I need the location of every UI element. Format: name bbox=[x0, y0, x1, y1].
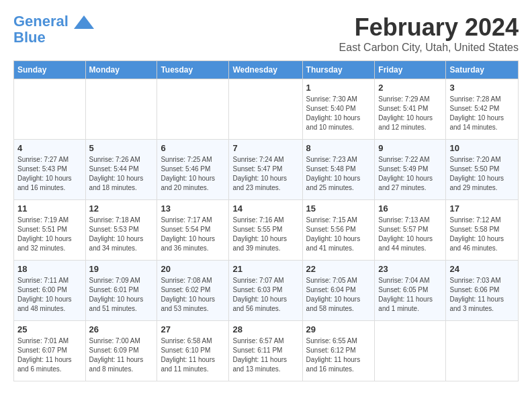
svg-marker-0 bbox=[74, 15, 94, 29]
day-number: 16 bbox=[378, 203, 442, 214]
calendar-header-cell: Tuesday bbox=[157, 61, 229, 79]
day-info: Sunrise: 7:01 AM Sunset: 6:07 PM Dayligh… bbox=[17, 336, 82, 374]
calendar-cell: 6Sunrise: 7:25 AM Sunset: 5:46 PM Daylig… bbox=[157, 140, 229, 200]
day-info: Sunrise: 7:25 AM Sunset: 5:46 PM Dayligh… bbox=[161, 155, 225, 193]
calendar-cell bbox=[14, 79, 86, 140]
day-info: Sunrise: 7:09 AM Sunset: 6:01 PM Dayligh… bbox=[89, 276, 154, 314]
calendar-week-row: 1Sunrise: 7:30 AM Sunset: 5:40 PM Daylig… bbox=[14, 79, 519, 140]
day-number: 1 bbox=[306, 83, 371, 93]
day-info: Sunrise: 7:18 AM Sunset: 5:53 PM Dayligh… bbox=[89, 216, 154, 253]
calendar-cell: 19Sunrise: 7:09 AM Sunset: 6:01 PM Dayli… bbox=[85, 261, 157, 321]
calendar-cell bbox=[85, 79, 157, 140]
calendar-cell: 21Sunrise: 7:07 AM Sunset: 6:03 PM Dayli… bbox=[229, 261, 302, 321]
calendar-cell: 15Sunrise: 7:15 AM Sunset: 5:56 PM Dayli… bbox=[302, 200, 375, 261]
calendar-header-cell: Saturday bbox=[446, 61, 519, 79]
day-number: 27 bbox=[161, 324, 225, 334]
day-info: Sunrise: 7:05 AM Sunset: 6:04 PM Dayligh… bbox=[306, 276, 371, 314]
day-info: Sunrise: 6:55 AM Sunset: 6:12 PM Dayligh… bbox=[306, 336, 371, 374]
day-number: 25 bbox=[17, 324, 82, 334]
day-number: 18 bbox=[17, 264, 82, 274]
day-info: Sunrise: 7:19 AM Sunset: 5:51 PM Dayligh… bbox=[17, 216, 82, 253]
calendar-cell: 12Sunrise: 7:18 AM Sunset: 5:53 PM Dayli… bbox=[85, 200, 157, 261]
calendar-cell: 9Sunrise: 7:22 AM Sunset: 5:49 PM Daylig… bbox=[375, 140, 446, 200]
day-info: Sunrise: 7:26 AM Sunset: 5:44 PM Dayligh… bbox=[89, 155, 154, 193]
calendar-week-row: 4Sunrise: 7:27 AM Sunset: 5:43 PM Daylig… bbox=[14, 140, 519, 200]
calendar-cell: 17Sunrise: 7:12 AM Sunset: 5:58 PM Dayli… bbox=[446, 200, 519, 261]
calendar-cell bbox=[446, 321, 519, 381]
day-number: 9 bbox=[378, 143, 442, 153]
calendar-cell: 28Sunrise: 6:57 AM Sunset: 6:11 PM Dayli… bbox=[229, 321, 302, 381]
day-info: Sunrise: 7:00 AM Sunset: 6:09 PM Dayligh… bbox=[89, 336, 154, 374]
day-number: 2 bbox=[378, 83, 442, 93]
calendar-week-row: 18Sunrise: 7:11 AM Sunset: 6:00 PM Dayli… bbox=[14, 261, 519, 321]
calendar-cell: 5Sunrise: 7:26 AM Sunset: 5:44 PM Daylig… bbox=[85, 140, 157, 200]
title-section: February 2024 East Carbon City, Utah, Un… bbox=[339, 13, 519, 54]
day-number: 22 bbox=[306, 264, 371, 274]
day-info: Sunrise: 7:12 AM Sunset: 5:58 PM Dayligh… bbox=[449, 216, 515, 253]
day-number: 14 bbox=[232, 203, 298, 214]
calendar-cell: 22Sunrise: 7:05 AM Sunset: 6:04 PM Dayli… bbox=[302, 261, 375, 321]
calendar-week-row: 11Sunrise: 7:19 AM Sunset: 5:51 PM Dayli… bbox=[14, 200, 519, 261]
calendar-week-row: 25Sunrise: 7:01 AM Sunset: 6:07 PM Dayli… bbox=[14, 321, 519, 381]
calendar-cell: 2Sunrise: 7:29 AM Sunset: 5:41 PM Daylig… bbox=[375, 79, 446, 140]
day-number: 11 bbox=[17, 203, 82, 214]
day-number: 13 bbox=[161, 203, 225, 214]
header: General Blue February 2024 East Carbon C… bbox=[13, 13, 519, 54]
calendar-cell: 1Sunrise: 7:30 AM Sunset: 5:40 PM Daylig… bbox=[302, 79, 375, 140]
day-info: Sunrise: 7:07 AM Sunset: 6:03 PM Dayligh… bbox=[232, 276, 298, 314]
calendar-cell: 3Sunrise: 7:28 AM Sunset: 5:42 PM Daylig… bbox=[446, 79, 519, 140]
subtitle: East Carbon City, Utah, United States bbox=[339, 42, 519, 54]
day-info: Sunrise: 7:04 AM Sunset: 6:05 PM Dayligh… bbox=[378, 276, 442, 314]
day-number: 17 bbox=[449, 203, 515, 214]
calendar-header-cell: Thursday bbox=[302, 61, 375, 79]
calendar-cell bbox=[229, 79, 302, 140]
calendar-cell: 4Sunrise: 7:27 AM Sunset: 5:43 PM Daylig… bbox=[14, 140, 86, 200]
day-number: 3 bbox=[449, 83, 515, 93]
day-info: Sunrise: 7:17 AM Sunset: 5:54 PM Dayligh… bbox=[161, 216, 225, 253]
day-number: 26 bbox=[89, 324, 154, 334]
day-number: 24 bbox=[449, 264, 515, 274]
calendar-header-cell: Friday bbox=[375, 61, 446, 79]
day-info: Sunrise: 7:11 AM Sunset: 6:00 PM Dayligh… bbox=[17, 276, 82, 314]
day-number: 28 bbox=[232, 324, 298, 334]
calendar-cell: 26Sunrise: 7:00 AM Sunset: 6:09 PM Dayli… bbox=[85, 321, 157, 381]
day-info: Sunrise: 7:15 AM Sunset: 5:56 PM Dayligh… bbox=[306, 216, 371, 253]
day-number: 5 bbox=[89, 143, 154, 153]
day-info: Sunrise: 7:24 AM Sunset: 5:47 PM Dayligh… bbox=[232, 155, 298, 193]
calendar-header-row: SundayMondayTuesdayWednesdayThursdayFrid… bbox=[14, 61, 519, 79]
calendar-header-cell: Sunday bbox=[14, 61, 86, 79]
calendar-cell: 20Sunrise: 7:08 AM Sunset: 6:02 PM Dayli… bbox=[157, 261, 229, 321]
day-info: Sunrise: 7:20 AM Sunset: 5:50 PM Dayligh… bbox=[449, 155, 515, 193]
calendar-cell: 10Sunrise: 7:20 AM Sunset: 5:50 PM Dayli… bbox=[446, 140, 519, 200]
day-number: 21 bbox=[232, 264, 298, 274]
day-number: 4 bbox=[17, 143, 82, 153]
calendar-cell: 14Sunrise: 7:16 AM Sunset: 5:55 PM Dayli… bbox=[229, 200, 302, 261]
calendar-cell: 8Sunrise: 7:23 AM Sunset: 5:48 PM Daylig… bbox=[302, 140, 375, 200]
calendar-cell: 25Sunrise: 7:01 AM Sunset: 6:07 PM Dayli… bbox=[14, 321, 86, 381]
day-info: Sunrise: 7:22 AM Sunset: 5:49 PM Dayligh… bbox=[378, 155, 442, 193]
day-info: Sunrise: 7:16 AM Sunset: 5:55 PM Dayligh… bbox=[232, 216, 298, 253]
logo-text: General Blue bbox=[13, 13, 94, 46]
day-info: Sunrise: 7:30 AM Sunset: 5:40 PM Dayligh… bbox=[306, 95, 371, 132]
day-info: Sunrise: 6:57 AM Sunset: 6:11 PM Dayligh… bbox=[232, 336, 298, 374]
day-number: 19 bbox=[89, 264, 154, 274]
calendar-cell: 24Sunrise: 7:03 AM Sunset: 6:06 PM Dayli… bbox=[446, 261, 519, 321]
logo: General Blue bbox=[13, 13, 94, 46]
calendar-cell bbox=[157, 79, 229, 140]
calendar-cell: 27Sunrise: 6:58 AM Sunset: 6:10 PM Dayli… bbox=[157, 321, 229, 381]
day-number: 15 bbox=[306, 203, 371, 214]
day-info: Sunrise: 7:08 AM Sunset: 6:02 PM Dayligh… bbox=[161, 276, 225, 314]
day-number: 6 bbox=[161, 143, 225, 153]
day-number: 20 bbox=[161, 264, 225, 274]
day-number: 8 bbox=[306, 143, 371, 153]
day-info: Sunrise: 7:23 AM Sunset: 5:48 PM Dayligh… bbox=[306, 155, 371, 193]
day-info: Sunrise: 7:28 AM Sunset: 5:42 PM Dayligh… bbox=[449, 95, 515, 132]
calendar-cell: 7Sunrise: 7:24 AM Sunset: 5:47 PM Daylig… bbox=[229, 140, 302, 200]
day-info: Sunrise: 7:29 AM Sunset: 5:41 PM Dayligh… bbox=[378, 95, 442, 132]
day-info: Sunrise: 6:58 AM Sunset: 6:10 PM Dayligh… bbox=[161, 336, 225, 374]
calendar-cell: 11Sunrise: 7:19 AM Sunset: 5:51 PM Dayli… bbox=[14, 200, 86, 261]
day-number: 10 bbox=[449, 143, 515, 153]
calendar-cell bbox=[375, 321, 446, 381]
day-number: 12 bbox=[89, 203, 154, 214]
day-info: Sunrise: 7:27 AM Sunset: 5:43 PM Dayligh… bbox=[17, 155, 82, 193]
